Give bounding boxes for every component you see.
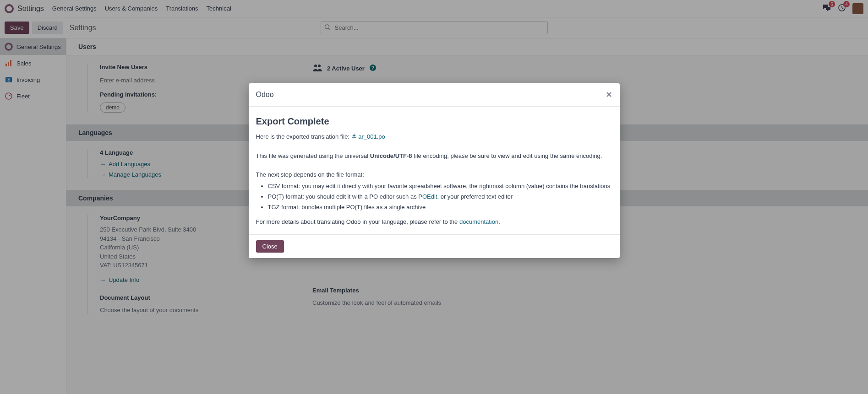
close-button[interactable]: Close	[256, 240, 284, 253]
format-csv: CSV format: you may edit it directly wit…	[268, 182, 612, 191]
export-file-link[interactable]: ar_001.po	[358, 133, 385, 140]
documentation-link[interactable]: documentation	[459, 218, 498, 225]
export-intro: Here is the exported translation file: a…	[256, 132, 612, 142]
export-complete-heading: Export Complete	[256, 114, 612, 129]
poedit-link[interactable]: POEdit	[418, 193, 437, 200]
modal-overlay[interactable]: Odoo ✕ Export Complete Here is the expor…	[0, 0, 868, 394]
documentation-note: For more details about translating Odoo …	[256, 217, 612, 227]
download-icon	[351, 133, 357, 140]
modal-header: Odoo ✕	[249, 83, 620, 107]
format-po: PO(T) format: you should edit it with a …	[268, 192, 612, 202]
export-intro-text: Here is the exported translation file:	[256, 133, 351, 140]
format-list: CSV format: you may edit it directly wit…	[268, 182, 612, 212]
modal-body: Export Complete Here is the exported tra…	[249, 107, 620, 234]
modal-title: Odoo	[256, 91, 274, 99]
modal: Odoo ✕ Export Complete Here is the expor…	[249, 83, 620, 258]
format-tgz: TGZ format: bundles multiple PO(T) files…	[268, 203, 612, 212]
close-icon[interactable]: ✕	[606, 90, 612, 100]
next-step-text: The next step depends on the file format…	[256, 170, 612, 180]
modal-footer: Close	[249, 234, 620, 258]
encoding-note: This file was generated using the univer…	[256, 151, 612, 161]
